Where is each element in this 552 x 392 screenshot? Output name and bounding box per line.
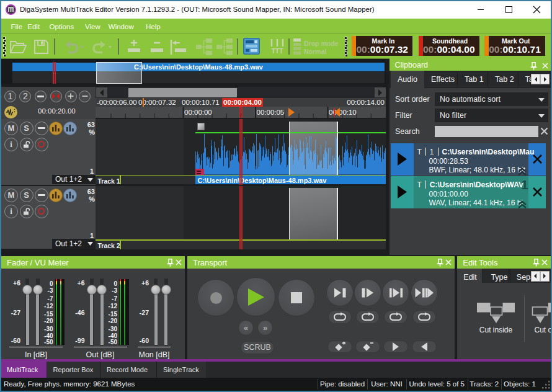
svg-text:TTT: TTT	[271, 47, 283, 55]
